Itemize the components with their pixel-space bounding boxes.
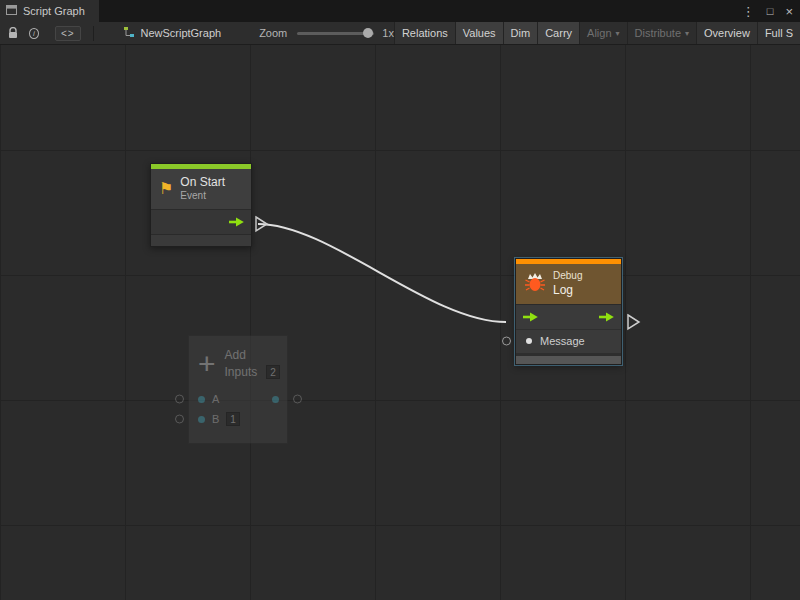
dim-button[interactable]: Dim — [503, 22, 538, 44]
node-title-line2: Inputs — [225, 365, 258, 379]
trigger-ports-row — [516, 304, 621, 329]
node-footer — [516, 356, 621, 364]
node-footer — [151, 234, 251, 246]
chevron-down-icon: ▾ — [685, 29, 689, 38]
zoom-slider[interactable] — [297, 32, 374, 35]
port-label: B — [212, 413, 219, 425]
input-count-field[interactable]: 2 — [266, 365, 280, 379]
button-label: Dim — [511, 27, 531, 39]
info-icon[interactable]: i — [29, 28, 39, 39]
button-label: Distribute — [635, 27, 681, 39]
window-controls: ⋮ □ × — [742, 0, 793, 22]
menu-icon[interactable]: ⋮ — [742, 5, 755, 18]
node-header: + Add Inputs 2 — [189, 336, 287, 389]
port-ring[interactable] — [175, 395, 184, 404]
button-label: Full S — [765, 27, 793, 39]
output-port-dot[interactable] — [272, 396, 279, 403]
node-title: Log — [553, 283, 582, 298]
node-subtitle: Event — [180, 190, 225, 203]
graph-canvas[interactable]: ⚑ On Start Event — [0, 45, 800, 600]
input-row-a[interactable]: A — [189, 389, 287, 409]
button-label: Align — [587, 27, 611, 39]
button-label: Overview — [704, 27, 750, 39]
graph-toolbar: i <> NewScriptGraph Zoom 1x Relations Va… — [0, 22, 800, 45]
value-port-dot — [198, 416, 205, 423]
value-port-dot — [198, 396, 205, 403]
node-category: Debug — [553, 270, 582, 283]
node-header[interactable]: Debug Log — [516, 264, 621, 304]
zoom-knob[interactable] — [363, 28, 373, 38]
button-label: Values — [463, 27, 496, 39]
chevron-down-icon: ▾ — [616, 29, 620, 38]
message-input-port[interactable]: Message — [516, 329, 621, 353]
value-field[interactable]: 1 — [226, 412, 240, 426]
lock-icon[interactable] — [8, 27, 18, 39]
plus-icon: + — [198, 351, 216, 377]
titlebar: Script Graph ⋮ □ × — [0, 0, 800, 22]
trigger-input-port[interactable] — [522, 311, 539, 323]
values-button[interactable]: Values — [455, 22, 503, 44]
port-ring[interactable] — [293, 395, 302, 404]
fullscreen-button[interactable]: Full S — [757, 22, 800, 44]
log-exit-arrow-icon[interactable] — [628, 315, 639, 329]
unity-script-graph-window: Script Graph ⋮ □ × i <> NewScriptGraph Z… — [0, 0, 800, 600]
value-port-dot — [526, 338, 532, 344]
tab-title: Script Graph — [23, 5, 85, 17]
port-label: Message — [540, 335, 585, 347]
input-row-b[interactable]: B 1 — [189, 409, 287, 429]
node-header[interactable]: ⚑ On Start Event — [151, 169, 251, 209]
button-label: Carry — [545, 27, 572, 39]
port-ring[interactable] — [175, 415, 184, 424]
wire-start-arrow-icon — [256, 217, 267, 231]
trigger-output-port[interactable] — [598, 311, 615, 323]
node-title: On Start — [180, 175, 225, 190]
edit-script-icon[interactable]: <> — [55, 26, 81, 41]
overview-button[interactable]: Overview — [696, 22, 757, 44]
tab-script-graph[interactable]: Script Graph — [0, 0, 99, 22]
connections-layer — [0, 45, 800, 600]
port-ring[interactable] — [502, 337, 511, 346]
toolbar-separator — [93, 26, 94, 41]
window-icon — [6, 5, 17, 17]
flag-icon: ⚑ — [159, 181, 173, 197]
connection-wire[interactable] — [258, 224, 506, 322]
relations-button[interactable]: Relations — [394, 22, 455, 44]
graph-asset-button[interactable]: NewScriptGraph — [123, 26, 221, 40]
port-label: A — [212, 393, 219, 405]
node-debug-log[interactable]: Debug Log Message — [515, 258, 622, 365]
node-add-inputs-ghost: + Add Inputs 2 A B 1 — [188, 335, 288, 444]
node-on-start[interactable]: ⚑ On Start Event — [150, 163, 252, 247]
node-title-line1: Add — [225, 348, 280, 362]
graph-name: NewScriptGraph — [140, 27, 221, 39]
carry-button[interactable]: Carry — [537, 22, 579, 44]
close-icon[interactable]: × — [785, 5, 793, 18]
bug-icon — [524, 272, 546, 296]
align-button[interactable]: Align▾ — [579, 22, 626, 44]
button-label: Relations — [402, 27, 448, 39]
trigger-output-port[interactable] — [151, 209, 251, 234]
exec-arrow-icon — [228, 216, 245, 228]
script-graph-asset-icon — [123, 26, 135, 40]
maximize-icon[interactable]: □ — [767, 6, 774, 17]
toolbar-buttons: Relations Values Dim Carry Align▾ Distri… — [394, 22, 800, 44]
zoom-value: 1x — [382, 27, 394, 39]
distribute-button[interactable]: Distribute▾ — [627, 22, 696, 44]
zoom-label: Zoom — [259, 27, 287, 39]
